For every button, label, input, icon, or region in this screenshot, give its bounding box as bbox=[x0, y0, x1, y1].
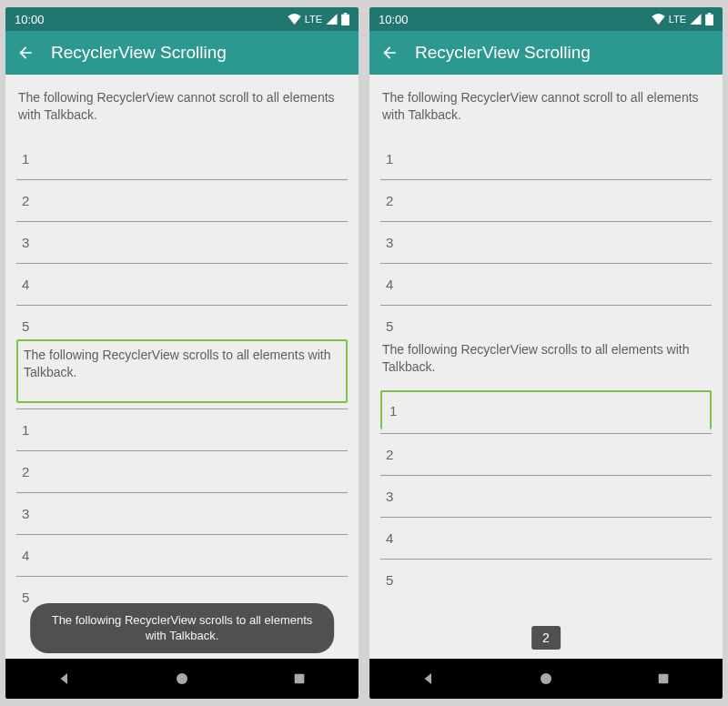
battery-icon bbox=[341, 13, 349, 25]
list2-item-3[interactable]: 3 bbox=[380, 476, 712, 518]
content[interactable]: The following RecyclerView cannot scroll… bbox=[369, 75, 723, 659]
list1-item-1[interactable]: 1 bbox=[380, 138, 712, 180]
app-bar: RecyclerView Scrolling bbox=[5, 31, 359, 75]
list2-item-1-focused[interactable]: 1 bbox=[380, 390, 712, 429]
lte-label: LTE bbox=[669, 14, 686, 25]
wifi-icon bbox=[652, 14, 665, 25]
section1-text: The following RecyclerView cannot scroll… bbox=[16, 87, 348, 138]
list1-item-4[interactable]: 4 bbox=[16, 264, 348, 306]
lte-label: LTE bbox=[305, 14, 322, 25]
list1-item-2[interactable]: 2 bbox=[380, 180, 712, 222]
svg-point-2 bbox=[177, 673, 187, 684]
svg-rect-7 bbox=[659, 674, 669, 684]
page-title: RecyclerView Scrolling bbox=[415, 43, 591, 63]
list2-item-4[interactable]: 4 bbox=[380, 518, 712, 560]
phone-left: 10:00 LTE RecyclerView Scrolling The fol… bbox=[5, 7, 359, 699]
talkback-toast: The following RecyclerView scrolls to al… bbox=[30, 603, 334, 653]
list1-item-3[interactable]: 3 bbox=[380, 222, 712, 264]
svg-point-6 bbox=[541, 673, 551, 684]
wifi-icon bbox=[288, 14, 301, 25]
nav-recent-icon[interactable] bbox=[643, 659, 683, 699]
list1-item-1[interactable]: 1 bbox=[16, 138, 348, 180]
talkback-mini-toast: 2 bbox=[531, 626, 561, 650]
nav-back-icon[interactable] bbox=[45, 659, 85, 699]
list2-item-2[interactable]: 2 bbox=[380, 434, 712, 476]
svg-rect-0 bbox=[344, 13, 348, 15]
nav-bar bbox=[5, 659, 359, 699]
content[interactable]: The following RecyclerView cannot scroll… bbox=[5, 75, 359, 659]
section1-text: The following RecyclerView cannot scroll… bbox=[380, 87, 712, 138]
list1-item-4[interactable]: 4 bbox=[380, 264, 712, 306]
signal-icon bbox=[690, 14, 702, 25]
nav-home-icon[interactable] bbox=[162, 659, 202, 699]
nav-home-icon[interactable] bbox=[526, 659, 566, 699]
section2-text-focused: The following RecyclerView scrolls to al… bbox=[16, 339, 348, 403]
nav-back-icon[interactable] bbox=[409, 659, 449, 699]
list2-item-4[interactable]: 4 bbox=[16, 535, 348, 577]
list1-item-2[interactable]: 2 bbox=[16, 180, 348, 222]
status-icons: LTE bbox=[288, 13, 349, 25]
status-bar: 10:00 LTE bbox=[5, 7, 359, 31]
nav-bar bbox=[369, 659, 723, 699]
phone-right: 10:00 LTE RecyclerView Scrolling The fol… bbox=[369, 7, 723, 699]
list2-item-1[interactable]: 1 bbox=[16, 409, 348, 451]
list2-item-5[interactable]: 5 bbox=[380, 560, 712, 590]
app-bar: RecyclerView Scrolling bbox=[369, 31, 723, 75]
signal-icon bbox=[326, 14, 338, 25]
svg-rect-1 bbox=[341, 15, 349, 25]
back-icon[interactable] bbox=[380, 44, 399, 62]
status-icons: LTE bbox=[652, 13, 713, 25]
section2-text: The following RecyclerView scrolls to al… bbox=[380, 339, 712, 385]
back-icon[interactable] bbox=[16, 44, 35, 62]
list2-item-3[interactable]: 3 bbox=[16, 493, 348, 535]
svg-rect-3 bbox=[295, 674, 305, 684]
list1-item-3[interactable]: 3 bbox=[16, 222, 348, 264]
list2-item-5[interactable]: 5 bbox=[16, 577, 348, 607]
status-time: 10:00 bbox=[379, 13, 409, 26]
list1-item-5[interactable]: 5 bbox=[16, 306, 348, 339]
nav-recent-icon[interactable] bbox=[279, 659, 319, 699]
list1-item-5[interactable]: 5 bbox=[380, 306, 712, 339]
status-time: 10:00 bbox=[15, 13, 45, 26]
battery-icon bbox=[705, 13, 713, 25]
list2-item-2[interactable]: 2 bbox=[16, 451, 348, 493]
page-title: RecyclerView Scrolling bbox=[51, 43, 227, 63]
status-bar: 10:00 LTE bbox=[369, 7, 723, 31]
svg-rect-4 bbox=[708, 13, 712, 15]
svg-rect-5 bbox=[705, 15, 713, 25]
